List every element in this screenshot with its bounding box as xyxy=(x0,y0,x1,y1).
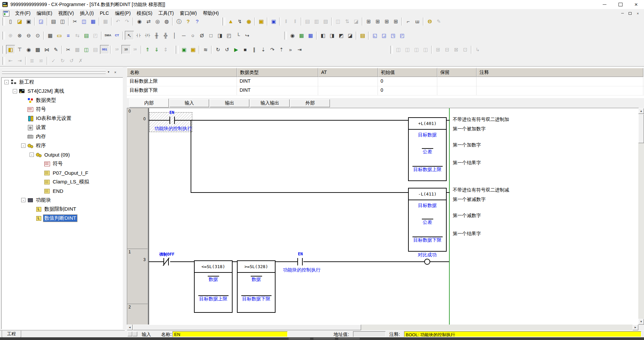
rung-comment-text[interactable]: 第一个加数字 xyxy=(453,142,481,148)
contact-open-tool-icon[interactable]: ┤├ xyxy=(134,31,143,40)
find-report-icon[interactable]: ◲ xyxy=(37,17,46,26)
tab-project[interactable]: 工程 xyxy=(2,331,21,338)
tree-item-new-project[interactable]: -新工程 xyxy=(2,78,123,87)
monitor-data-icon[interactable]: ▣ xyxy=(257,17,266,26)
address-monitor-4-icon[interactable]: ◪ xyxy=(346,31,355,40)
tab-3[interactable]: 输出 xyxy=(210,99,249,107)
zoom-fit-icon[interactable]: ⊙ xyxy=(33,31,42,40)
network-view-icon[interactable]: ≋ xyxy=(201,45,210,54)
window-tile-v-icon[interactable]: ◳ xyxy=(389,31,398,40)
symbol-table-icon[interactable]: ▤ xyxy=(82,31,91,40)
step-trace-icon[interactable]: ⌐ xyxy=(404,17,413,26)
pane-split-button-1[interactable] xyxy=(128,332,132,336)
break-4-icon[interactable]: ⊡ xyxy=(461,45,470,54)
help-icon[interactable]: ? xyxy=(184,17,193,26)
io-table-2-icon[interactable]: ⊞ xyxy=(373,17,382,26)
block-add-401[interactable]: +L(401)目标数据公差目标数据上限 xyxy=(408,117,447,181)
rung-margin-2[interactable]: 2 xyxy=(127,304,148,325)
print-preview-icon[interactable]: ◫ xyxy=(58,17,67,26)
variable-cell[interactable]: DINT xyxy=(237,77,318,86)
watch-chart-icon[interactable]: ◉ xyxy=(24,45,33,54)
or-contact-closed-tool-icon[interactable]: ╬ xyxy=(161,31,170,40)
instruction-diff-tool-icon[interactable]: ◨ xyxy=(215,31,225,40)
radix-decimal-signed-icon[interactable]: 10 xyxy=(112,45,121,54)
expand-box[interactable]: - xyxy=(4,80,9,84)
column-header-4[interactable]: 初始值 xyxy=(378,68,437,77)
rung-comment-text[interactable]: 第一个结果字 xyxy=(453,231,481,237)
fb-invoke-tool-icon[interactable]: ◰ xyxy=(225,31,234,40)
or-contact-open-tool-icon[interactable]: ╫ xyxy=(152,31,161,40)
window-cascade-icon[interactable]: ◱ xyxy=(370,31,380,40)
online-edit-icon[interactable]: ▤ xyxy=(303,17,312,26)
maximize-button[interactable] xyxy=(612,0,628,9)
transfer-fb-icon[interactable]: ◪ xyxy=(352,17,361,26)
window-arrange-icon[interactable]: ◰ xyxy=(398,31,407,40)
document-icon[interactable] xyxy=(3,11,9,16)
tree-item-programs[interactable]: -程序 xyxy=(2,141,123,150)
scroll-down-button[interactable]: ▼ xyxy=(638,319,644,325)
toolbar-grip[interactable] xyxy=(283,32,287,40)
align-coils-icon[interactable]: ≌ xyxy=(37,56,46,65)
tree-item-io-table[interactable]: IO表和单元设置 xyxy=(2,114,123,123)
fb-verify-icon[interactable]: ▦ xyxy=(297,31,306,40)
coil-closed-tool-icon[interactable]: Ø xyxy=(197,31,206,40)
rung-comment-text[interactable]: 第一个结果字 xyxy=(453,160,481,166)
step-out-icon[interactable]: ⇡ xyxy=(277,45,286,54)
coil-compare-ok[interactable] xyxy=(424,259,430,265)
panel-grip[interactable] xyxy=(2,70,109,72)
find-retrieve-icon[interactable]: ◎ xyxy=(153,17,162,26)
auto-connect-icon[interactable]: CT xyxy=(112,31,121,40)
tree-item-section-end[interactable]: END xyxy=(2,186,123,196)
address-monitor-3-icon[interactable]: ◩ xyxy=(337,31,346,40)
variable-cell[interactable] xyxy=(437,77,477,86)
replace-icon[interactable]: ⇄ xyxy=(144,17,153,26)
undo-icon[interactable]: ↶ xyxy=(113,17,122,26)
copy-icon[interactable]: ◫ xyxy=(80,17,89,26)
tree-item-section-clamp[interactable]: Clamp_LS_模拟 xyxy=(2,177,123,186)
scroll-left-button[interactable]: ◄ xyxy=(127,325,133,330)
block-ge-328[interactable]: >=SL(328)数据目标数据下限 xyxy=(237,260,276,313)
upload-icon[interactable]: ⇑ xyxy=(143,45,152,54)
column-header-5[interactable]: 保留 xyxy=(437,68,477,77)
tree-item-function-blocks[interactable]: -功能块 xyxy=(2,196,123,205)
tree-item-program-output[interactable]: -Output (09) xyxy=(2,150,123,159)
force-off-icon[interactable]: ↻ xyxy=(58,56,67,65)
tab-5[interactable]: 外部 xyxy=(290,99,330,107)
indent-decrease-icon[interactable]: ⇤ xyxy=(6,56,15,65)
horizontal-scrollbar[interactable]: ◄► xyxy=(127,325,638,330)
block-le-318[interactable]: <=SL(318)数据目标数据上限 xyxy=(194,260,233,313)
tree-item-symbols-output[interactable]: 符号 xyxy=(2,159,123,168)
select-tool-icon[interactable]: ↖ xyxy=(125,31,134,40)
variable-cell[interactable] xyxy=(477,86,643,95)
tab-4[interactable]: 输入输出 xyxy=(250,99,290,107)
plc-verify-icon[interactable]: ◫ xyxy=(82,45,91,54)
io-comment-icon[interactable]: ⇆ xyxy=(73,31,82,40)
properties-icon[interactable]: ✎ xyxy=(51,45,60,54)
rung-comment-icon[interactable]: ▭ xyxy=(55,31,64,40)
time-chart-icon[interactable]: ш xyxy=(413,17,422,26)
step-over-icon[interactable]: ↷ xyxy=(268,45,277,54)
cross-reference-icon[interactable]: ▩ xyxy=(33,45,42,54)
toolbar-grip[interactable] xyxy=(175,46,179,54)
send-changes-icon[interactable]: ▥ xyxy=(312,17,321,26)
tree-item-section-p07[interactable]: P07_Ouput_I_F xyxy=(2,168,123,177)
rung-list-icon[interactable]: ≡ xyxy=(64,31,73,40)
redo-icon[interactable]: ↷ xyxy=(122,17,132,26)
run-fast-icon[interactable]: » xyxy=(286,45,295,54)
block-sub-411[interactable]: -L(411)目标数据公差目标数据下限 xyxy=(408,188,447,252)
radix-decimal-icon[interactable]: 10 xyxy=(121,45,131,54)
release-edit-icon[interactable]: ▧ xyxy=(321,17,330,26)
rung-comment-text[interactable]: 不带进位有符号双二进制减 xyxy=(453,187,509,193)
tree-item-symbols[interactable]: 符号 xyxy=(2,105,123,114)
contact-en-rung1[interactable] xyxy=(297,258,298,265)
debug-window-4-icon[interactable]: ◫ xyxy=(421,45,430,54)
toolbar-grip[interactable] xyxy=(1,17,5,26)
status-address-value[interactable] xyxy=(353,331,386,337)
variable-cell[interactable]: DINT xyxy=(237,86,318,95)
binary-monitor-icon[interactable]: 001 xyxy=(100,45,109,54)
grid-toggle-icon[interactable]: ▦ xyxy=(46,31,55,40)
transfer-to-plc-icon[interactable]: ⇅ xyxy=(343,17,352,26)
toolbar-grip[interactable] xyxy=(389,46,393,54)
debug-window-2-icon[interactable]: ◫ xyxy=(403,45,412,54)
contact-en-rung0[interactable] xyxy=(169,117,170,124)
